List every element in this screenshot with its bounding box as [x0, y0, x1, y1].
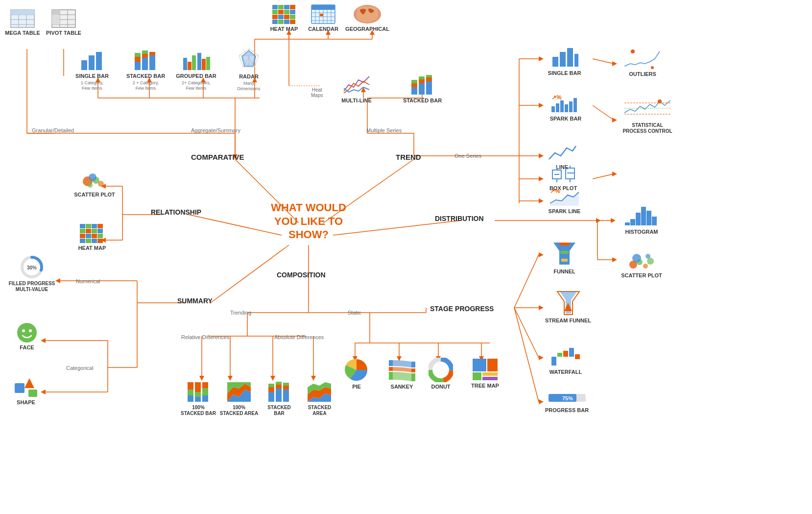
radar-node[interactable]: RADAR ManyDimensions — [229, 47, 268, 92]
svg-rect-243 — [283, 386, 289, 390]
stacked-bar-comp2-node[interactable]: STACKEDBAR — [260, 380, 299, 416]
single-bar-right-icon — [550, 43, 579, 69]
stacked-area-node[interactable]: STACKEDAREA — [301, 380, 338, 416]
multi-line-icon — [341, 73, 372, 96]
svg-point-221 — [17, 323, 37, 343]
svg-point-298 — [645, 254, 650, 259]
scatter-plot-rel-node[interactable]: SCATTER PLOT — [72, 167, 117, 198]
spark-line-icon: ↗% — [549, 186, 580, 207]
calendar-node[interactable]: CALENDAR — [304, 4, 343, 32]
geographical-icon — [353, 4, 382, 24]
svg-point-200 — [98, 181, 104, 187]
svg-rect-192 — [419, 79, 425, 83]
svg-point-282 — [651, 66, 654, 69]
svg-marker-225 — [24, 378, 34, 388]
svg-rect-261 — [552, 57, 558, 67]
grouped-bar-node[interactable]: GROUPED BAR 2+ Categories,Few Items — [175, 48, 217, 91]
face-icon — [17, 322, 37, 343]
donut-icon — [429, 358, 453, 382]
donut-node[interactable]: DONUT — [424, 358, 458, 390]
svg-rect-306 — [569, 348, 574, 357]
svg-rect-149 — [192, 55, 196, 70]
funnel-node[interactable]: FUNNEL — [544, 240, 585, 275]
svg-rect-229 — [188, 390, 193, 395]
svg-rect-191 — [419, 83, 425, 95]
pie-node[interactable]: PIE — [339, 358, 374, 390]
shape-label: SHAPE — [17, 399, 35, 406]
scatter-plot-right-node[interactable]: SCATTER PLOT — [620, 247, 664, 279]
stacked-bar-trend-node[interactable]: STACKED BAR — [402, 73, 443, 104]
svg-rect-126 — [26, 10, 34, 15]
svg-rect-247 — [389, 367, 393, 371]
stream-funnel-icon — [555, 289, 582, 316]
svg-rect-162 — [284, 5, 289, 9]
shape-node[interactable]: SHAPE — [9, 377, 43, 406]
pivot-table-node[interactable]: PIVOT TABLE — [44, 9, 83, 36]
heat-map-top-label: HEAT MAP — [270, 26, 298, 32]
multiple-series-label: Multiple Series — [366, 127, 402, 133]
svg-rect-161 — [278, 5, 284, 9]
scatter-plot-right-icon — [626, 247, 658, 271]
svg-marker-60 — [612, 118, 617, 122]
stacked-area-100-node[interactable]: 100%STACKED AREA — [219, 380, 259, 416]
heat-map-top-node[interactable]: HEAT MAP — [264, 4, 304, 32]
geographical-label: GEOGRAPHICAL — [345, 26, 389, 32]
svg-rect-195 — [426, 77, 432, 81]
svg-rect-164 — [272, 10, 278, 14]
stacked-bar-100-icon — [185, 380, 212, 403]
spark-line-node[interactable]: ↗% SPARK LINE — [544, 186, 585, 215]
svg-point-296 — [643, 264, 648, 269]
svg-rect-138 — [96, 52, 102, 70]
geographical-node[interactable]: GEOGRAPHICAL — [345, 4, 389, 32]
spark-bar-node[interactable]: ↗% SPARK BAR — [544, 91, 588, 122]
heat-map-rel-node[interactable]: HEAT MAP — [72, 223, 112, 251]
donut-label: DONUT — [431, 384, 450, 390]
svg-line-108 — [514, 308, 539, 358]
single-bar-right-node[interactable]: SINGLE BAR — [544, 43, 585, 76]
stage-progress-branch: STAGE PROGRESS — [430, 305, 494, 313]
svg-rect-270 — [569, 101, 573, 112]
single-bar-comp-node[interactable]: SINGLE BAR 1 Category,Few Items — [72, 48, 112, 91]
svg-rect-250 — [411, 368, 415, 372]
sankey-icon — [388, 358, 416, 382]
progress-bar-node[interactable]: 75% PROGRESS BAR — [544, 390, 590, 414]
outliers-node[interactable]: OUTLIERS — [618, 49, 667, 77]
svg-rect-163 — [290, 5, 295, 9]
svg-rect-194 — [426, 81, 432, 95]
stacked-bar-100-node[interactable]: 100%STACKED BAR — [179, 380, 218, 416]
svg-point-223 — [29, 329, 32, 332]
svg-rect-266 — [551, 106, 555, 112]
histogram-label: HISTOGRAM — [625, 229, 658, 235]
svg-rect-249 — [411, 362, 415, 367]
stacked-bar-comp-node[interactable]: STACKED BAR 2 + Category,Few Items — [125, 48, 167, 91]
statistical-process-node[interactable]: STATISTICALPROCESS CONTROL — [618, 96, 677, 134]
svg-rect-228 — [188, 382, 193, 390]
sankey-node[interactable]: SANKEY — [383, 358, 420, 390]
svg-rect-140 — [135, 57, 141, 62]
svg-point-199 — [89, 173, 96, 181]
grouped-bar-label: GROUPED BAR — [176, 73, 216, 79]
stream-funnel-node[interactable]: STREAM FUNNEL — [544, 289, 593, 324]
mega-table-node[interactable]: MEGA TABLE — [3, 9, 42, 36]
single-bar-comp-label: SINGLE BAR — [75, 73, 109, 79]
svg-marker-159 — [242, 50, 256, 66]
waterfall-node[interactable]: WATERFALL — [544, 342, 588, 375]
svg-rect-251 — [411, 373, 415, 381]
stacked-area-label: STACKEDAREA — [308, 405, 332, 416]
filled-progress-node[interactable]: 30% FILLED PROGRESSMULTI-VALUE — [7, 255, 56, 293]
multi-line-node[interactable]: MULTI-LINE — [337, 73, 376, 104]
tree-map-node[interactable]: TREE MAP — [467, 358, 503, 389]
scatter-plot-rel-icon — [80, 167, 109, 190]
waterfall-icon — [550, 342, 582, 367]
stacked-bar-comp2-label: STACKEDBAR — [267, 405, 291, 416]
svg-rect-202 — [80, 224, 85, 228]
svg-rect-238 — [268, 384, 274, 387]
svg-rect-135 — [52, 20, 60, 24]
svg-rect-299 — [559, 243, 570, 245]
histogram-node[interactable]: HISTOGRAM — [620, 202, 664, 235]
svg-rect-226 — [28, 390, 37, 397]
svg-rect-146 — [149, 52, 155, 55]
stacked-bar-trend-icon — [409, 73, 436, 96]
box-plot-icon — [549, 164, 578, 184]
face-node[interactable]: FACE — [10, 322, 44, 351]
